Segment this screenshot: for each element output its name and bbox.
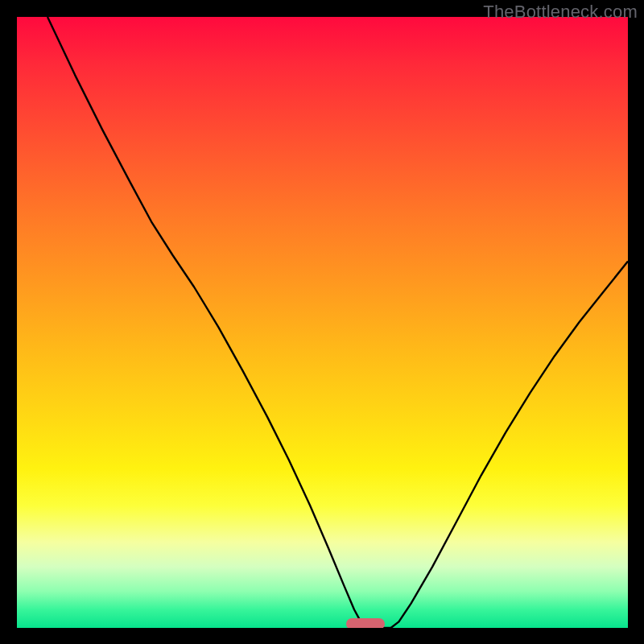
- optimal-marker: [346, 618, 385, 628]
- bottleneck-curve: [17, 17, 628, 628]
- watermark-text: TheBottleneck.com: [483, 2, 638, 23]
- chart-frame: TheBottleneck.com: [0, 0, 644, 644]
- plot-area: [17, 17, 628, 628]
